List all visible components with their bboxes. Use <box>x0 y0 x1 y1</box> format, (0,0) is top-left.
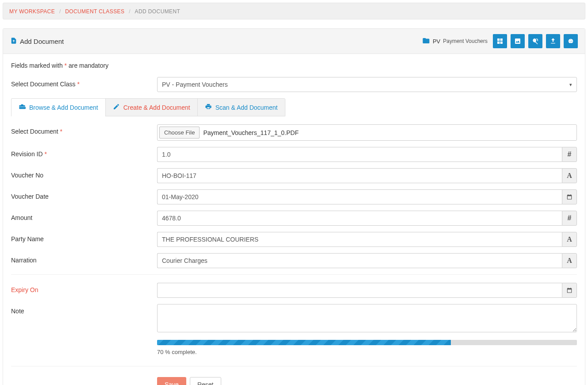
form-buttons: Save Reset <box>157 377 577 385</box>
row-expiry-on: Expiry On <box>11 283 577 298</box>
section-divider <box>11 366 577 366</box>
breadcrumb-sep: / <box>59 8 61 15</box>
print-icon <box>205 103 212 112</box>
briefcase-icon <box>19 103 26 112</box>
select-document-class[interactable]: PV - Payment Vouchers <box>157 77 577 92</box>
tab-scan-label: Scan & Add Document <box>215 104 278 111</box>
input-narration[interactable] <box>157 253 562 268</box>
save-button[interactable]: Save <box>157 377 186 385</box>
page-title: Add Document <box>10 37 64 46</box>
tab-create-label: Create & Add Document <box>123 104 190 111</box>
add-document-panel: Add Document PV Payment Vouchers <box>3 28 585 385</box>
calendar-icon[interactable] <box>562 189 577 204</box>
row-party-name: Party Name A <box>11 232 577 247</box>
tab-browse-add[interactable]: Browse & Add Document <box>11 98 106 116</box>
mandatory-note: Fields marked with * are mandatory <box>11 62 577 69</box>
section-divider <box>11 274 577 275</box>
text-icon: A <box>562 232 577 247</box>
input-party-name[interactable] <box>157 232 562 247</box>
row-narration: Narration A <box>11 253 577 268</box>
progress-fill <box>157 340 451 345</box>
add-mode-tabs: Browse & Add Document Create & Add Docum… <box>11 98 577 116</box>
file-input-wrapper: Choose File Payment_Vouchers_117_1_0.PDF <box>157 124 577 141</box>
input-expiry-on[interactable] <box>157 283 562 298</box>
input-voucher-no[interactable] <box>157 168 562 183</box>
page-title-text: Add Document <box>20 38 64 45</box>
choose-file-button[interactable]: Choose File <box>159 127 200 139</box>
progress-text: 70 % complete. <box>157 349 577 355</box>
folder-name: Payment Vouchers <box>443 38 488 44</box>
progress-section: 70 % complete. <box>157 340 577 355</box>
tab-scan-add[interactable]: Scan & Add Document <box>197 98 285 116</box>
upload-file-icon <box>10 37 17 46</box>
image-view-button[interactable] <box>511 34 525 48</box>
row-document-class: Select Document Class * PV - Payment Vou… <box>11 77 577 92</box>
progress-bar <box>157 340 577 345</box>
input-revision-id[interactable] <box>157 147 562 162</box>
label-voucher-date: Voucher Date <box>11 189 157 200</box>
breadcrumb-sep: / <box>129 8 130 15</box>
input-amount[interactable] <box>157 211 562 226</box>
folder-open-icon <box>422 37 430 46</box>
grid-view-button[interactable] <box>493 34 507 48</box>
dashboard-button[interactable] <box>564 34 578 48</box>
label-voucher-no: Voucher No <box>11 168 157 179</box>
label-amount: Amount <box>11 211 157 221</box>
label-revision-id: Revision ID * <box>11 147 157 158</box>
label-note: Note <box>11 304 157 315</box>
breadcrumb-document-classes[interactable]: DOCUMENT CLASSES <box>65 8 124 15</box>
row-amount: Amount # <box>11 211 577 226</box>
breadcrumb-add-document: ADD DOCUMENT <box>135 8 181 15</box>
label-narration: Narration <box>11 253 157 264</box>
row-revision-id: Revision ID * # <box>11 147 577 162</box>
label-select-document: Select Document * <box>11 124 157 135</box>
label-expiry-on: Expiry On <box>11 283 157 293</box>
input-voucher-date[interactable] <box>157 189 562 204</box>
breadcrumb-my-workspace[interactable]: MY WORKSPACE <box>9 8 55 15</box>
input-note[interactable] <box>157 304 577 332</box>
upload-button[interactable] <box>546 34 560 48</box>
calendar-icon[interactable] <box>562 283 577 298</box>
row-voucher-no: Voucher No A <box>11 168 577 183</box>
panel-header: Add Document PV Payment Vouchers <box>3 29 585 54</box>
hash-icon: # <box>562 147 577 162</box>
tab-create-add[interactable]: Create & Add Document <box>105 98 198 116</box>
reset-button[interactable]: Reset <box>190 377 221 385</box>
hash-icon: # <box>562 211 577 226</box>
chosen-file-name: Payment_Vouchers_117_1_0.PDF <box>203 129 299 136</box>
text-icon: A <box>562 253 577 268</box>
row-select-document: Select Document * Choose File Payment_Vo… <box>11 124 577 141</box>
search-button[interactable] <box>528 34 542 48</box>
panel-body: Fields marked with * are mandatory Selec… <box>3 54 585 385</box>
tab-browse-label: Browse & Add Document <box>29 104 98 111</box>
row-note: Note <box>11 304 577 334</box>
panel-actions: PV Payment Vouchers <box>422 34 578 48</box>
text-icon: A <box>562 168 577 183</box>
edit-icon <box>113 103 120 112</box>
label-document-class: Select Document Class * <box>11 77 157 88</box>
row-voucher-date: Voucher Date <box>11 189 577 204</box>
mandatory-pre: Fields marked with <box>11 62 65 69</box>
breadcrumb: MY WORKSPACE / DOCUMENT CLASSES / ADD DO… <box>3 3 585 19</box>
folder-code: PV <box>433 38 440 45</box>
mandatory-post: are mandatory <box>67 62 108 69</box>
folder-label[interactable]: PV Payment Vouchers <box>422 37 488 46</box>
label-party-name: Party Name <box>11 232 157 243</box>
